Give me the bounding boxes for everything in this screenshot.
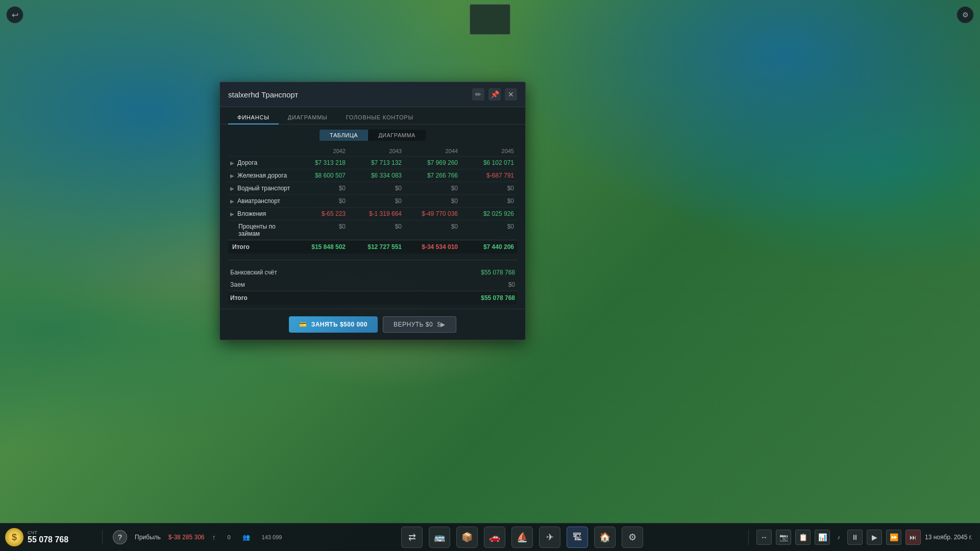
sub-tab-row: ТАБЛИЦА ДИАГРАММА [220,124,525,146]
expand-map-button[interactable]: ↔ [756,530,772,545]
pause-button[interactable]: ⏸ [847,530,863,545]
row-aviation-2042: $0 [292,197,349,205]
settings-button[interactable]: ⚙ [957,6,974,23]
tab-charts[interactable]: ДИАГРАММЫ [279,111,337,124]
edit-icon: ✏ [475,90,481,98]
finance-table: 2042 2043 2044 2045 ▶ Дорога $7 313 218 … [220,146,525,254]
row-aviation-2043: $0 [349,197,405,205]
pin-button[interactable]: 📌 [488,88,501,101]
expand-icon[interactable]: ▶ [230,173,234,179]
return-icon: $▶ [437,321,446,328]
row-railway[interactable]: ▶ Железная дорога $8 600 507 $6 334 083 … [228,169,517,182]
skip-button[interactable]: ⏭ [905,530,921,545]
list-button[interactable]: 📋 [795,530,811,545]
total-label: Итого [228,243,292,251]
toolbar-btn-plane[interactable]: ✈ [539,527,560,548]
expand-icon[interactable]: ▶ [230,198,234,204]
row-loan-2043: $0 [349,223,405,237]
help-icon: ? [118,533,122,541]
row-water-2042: $0 [292,185,349,192]
borrow-label: ЗАНЯТЬ $500 000 [311,321,368,328]
fast-forward-button[interactable]: ⏩ [886,530,901,545]
tab-navigation: ФИНАНСЫ ДИАГРАММЫ ГОЛОВНЫЕ КОНТОРЫ [220,107,525,124]
row-aviation[interactable]: ▶ Авиатранспорт $0 $0 $0 $0 [228,194,517,207]
zero-count: 0 [224,534,235,540]
bank-section: Банковский счёт $55 078 768 Заем $0 Итог… [228,260,517,305]
toolbar-icons: ⇄ 🚌 📦 🚗 ⛵ ✈ 🏗 🏠 ⚙ [296,527,748,548]
population-icon: 👥 [242,534,250,541]
row-investments-2042: $-65 223 [292,210,349,217]
col-header-2045: 2045 [461,148,517,154]
bank-total-value: $55 078 768 [481,294,515,302]
bank-total-row: Итого $55 078 768 [228,291,517,305]
edit-button[interactable]: ✏ [472,88,484,101]
row-water-2044: $0 [405,185,461,192]
row-road[interactable]: ▶ Дорога $7 313 218 $7 713 132 $7 969 26… [228,156,517,169]
game-date: 13 ноябр. 2045 г. [925,534,972,541]
toolbar-btn-cargo[interactable]: 📦 [456,527,478,548]
row-loan-interest: Проценты по займам $0 $0 $0 $0 [228,220,517,240]
close-button[interactable]: ✕ [505,88,517,101]
action-bar: 💳 ЗАНЯТЬ $500 000 ВЕРНУТЬ $0 $▶ [220,309,525,340]
profit-value: $-38 285 306 [168,534,205,541]
back-button[interactable]: ↩ [6,6,23,23]
borrow-button[interactable]: 💳 ЗАНЯТЬ $500 000 [289,316,378,333]
row-road-2045: $6 102 071 [461,159,517,166]
col-header-2043: 2043 [349,148,405,154]
close-icon: ✕ [508,90,514,98]
expand-icon[interactable]: ▶ [230,160,234,166]
bank-account-label: Банковский счёт [230,269,277,276]
row-road-label: ▶ Дорога [228,159,292,166]
row-water[interactable]: ▶ Водный транспорт $0 $0 $0 $0 [228,182,517,194]
total-2045: $7 440 206 [461,243,517,251]
return-button[interactable]: ВЕРНУТЬ $0 $▶ [383,316,456,333]
row-loan-2044: $0 [405,223,461,237]
loan-row: Заем $0 [228,279,517,291]
total-2042: $15 848 502 [292,243,349,251]
borrow-icon: 💳 [299,321,307,328]
chart-button[interactable]: 📊 [815,530,830,545]
row-railway-label: ▶ Железная дорога [228,172,292,179]
sub-tab-diagram[interactable]: ДИАГРАММА [368,130,426,141]
toolbar-btn-routes[interactable]: ⇄ [401,527,423,548]
row-aviation-2045: $0 [461,197,517,205]
toolbar-btn-construction[interactable]: 🏗 [567,527,588,548]
population-count: 143 099 [258,534,286,540]
money-info: СЧТ 55 078 768 [28,530,68,544]
table-header-row: 2042 2043 2044 2045 [228,146,517,156]
row-railway-2042: $8 600 507 [292,172,349,179]
row-road-2044: $7 969 260 [405,159,461,166]
row-aviation-label: ▶ Авиатранспорт [228,197,292,205]
expand-icon[interactable]: ▶ [230,186,234,191]
toolbar-btn-bus[interactable]: 🚌 [429,527,450,548]
sub-tab-table[interactable]: ТАБЛИЦА [320,130,368,141]
row-loan-interest-label: Проценты по займам [228,223,292,237]
tab-headquarters[interactable]: ГОЛОВНЫЕ КОНТОРЫ [337,111,423,124]
col-header-2044: 2044 [405,148,461,154]
toolbar-btn-ship[interactable]: ⛵ [511,527,533,548]
expand-icon[interactable]: ▶ [230,211,234,217]
camera-button[interactable]: 📷 [776,530,791,545]
row-road-2043: $7 713 132 [349,159,405,166]
toolbar-btn-housing[interactable]: 🏠 [594,527,616,548]
bottom-bar: $ СЧТ 55 078 768 ? Прибыль $-38 285 306 … [0,523,980,551]
toolbar-btn-industry[interactable]: ⚙ [622,527,643,548]
row-railway-2045: $-687 791 [461,172,517,179]
back-icon: ↩ [12,10,18,20]
row-investments-2043: $-1 319 664 [349,210,405,217]
play-button[interactable]: ▶ [867,530,882,545]
row-investments[interactable]: ▶ Вложения $-65 223 $-1 319 664 $-49 770… [228,207,517,220]
toolbar-btn-car[interactable]: 🚗 [484,527,505,548]
profit-label: Прибыль [135,534,161,541]
bank-total-label: Итого [230,294,248,302]
money-coin-icon: $ [5,528,23,546]
return-label: ВЕРНУТЬ $0 [394,321,433,328]
loan-value: $0 [508,281,515,288]
money-label: СЧТ [28,530,68,535]
minimap[interactable] [470,4,510,35]
modal-header: stalxerhd Транспорт ✏ 📌 ✕ [220,82,525,107]
tab-finances[interactable]: ФИНАНСЫ [228,111,279,124]
help-button[interactable]: ? [113,530,127,544]
bank-account-value: $55 078 768 [481,269,515,276]
row-water-2045: $0 [461,185,517,192]
